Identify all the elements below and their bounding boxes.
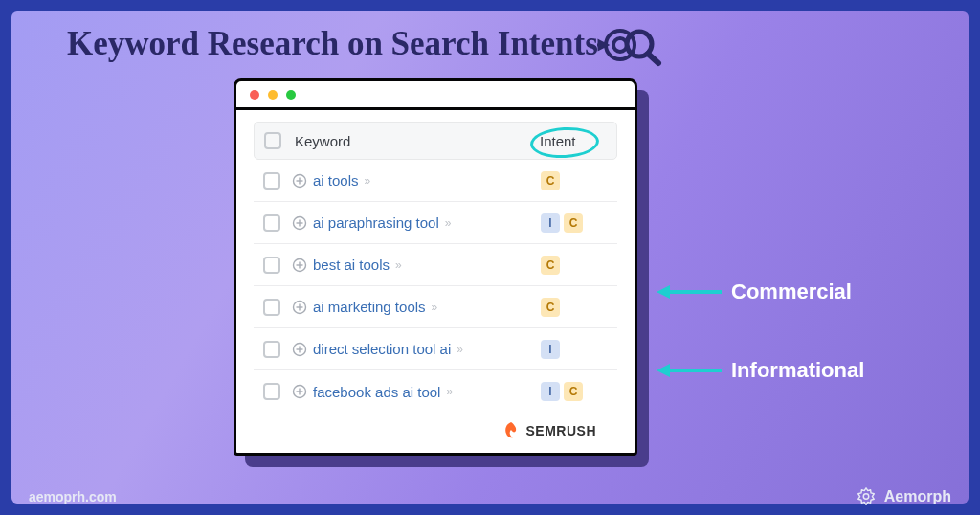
svg-point-26 [863, 494, 869, 500]
callout-informational: Informational [655, 358, 864, 383]
keyword-link[interactable]: best ai tools » [313, 257, 541, 273]
footer-bar: aemoprh.com Aemorph [0, 479, 980, 515]
col-intent-label: Intent [540, 133, 607, 149]
expand-icon[interactable] [292, 173, 307, 189]
chevron-right-icon: » [365, 174, 369, 188]
row-checkbox[interactable] [263, 257, 280, 274]
row-checkbox[interactable] [263, 214, 280, 232]
table-row: direct selection tool ai » I [254, 328, 617, 370]
arrow-left-icon [655, 359, 724, 382]
semrush-label: SEMRUSH [525, 423, 596, 438]
tool-attribution: SEMRUSH [254, 413, 617, 441]
svg-marker-23 [657, 285, 670, 299]
keyword-link[interactable]: facebook ads ai tool » [313, 384, 541, 400]
intent-badge-c: C [541, 298, 560, 317]
row-checkbox[interactable] [263, 383, 280, 400]
arrow-left-icon [655, 280, 724, 303]
window-minimize-icon [268, 90, 278, 100]
chevron-right-icon: » [395, 258, 400, 272]
intent-badge-c: C [541, 171, 560, 190]
keyword-link[interactable]: direct selection tool ai » [313, 341, 541, 357]
expand-icon[interactable] [292, 215, 307, 231]
chevron-right-icon: » [446, 385, 451, 398]
intent-cell: C [541, 256, 608, 275]
expand-icon[interactable] [292, 384, 307, 399]
table-row: ai tools » C [254, 160, 617, 202]
window-titlebar [236, 81, 635, 110]
table-header: Keyword Intent [254, 122, 617, 160]
intent-badge-c: C [564, 382, 583, 401]
table-row: best ai tools » C [254, 244, 617, 286]
semrush-flame-icon [501, 420, 522, 441]
chevron-right-icon: » [445, 216, 450, 230]
intent-cell: I [541, 340, 608, 359]
intent-badge-i: I [541, 213, 560, 233]
intent-cell: C [541, 298, 608, 317]
intent-cell: C [541, 171, 608, 190]
row-checkbox[interactable] [263, 299, 280, 316]
page-title: Keyword Research on Search Intents [67, 25, 598, 63]
expand-icon[interactable] [292, 300, 307, 315]
footer-brand: Aemorph [856, 486, 951, 507]
keyword-link[interactable]: ai paraphrasing tool » [313, 214, 541, 231]
chevron-right-icon: » [457, 343, 461, 356]
browser-window: Keyword Intent ai tools » C [234, 78, 637, 456]
expand-icon[interactable] [292, 342, 307, 357]
row-checkbox[interactable] [263, 341, 280, 358]
col-keyword-label: Keyword [295, 133, 540, 149]
target-magnify-icon [595, 21, 664, 69]
svg-line-3 [648, 54, 658, 63]
table-row: facebook ads ai tool » IC [254, 370, 617, 413]
svg-marker-25 [657, 364, 670, 377]
intent-badge-i: I [541, 382, 560, 401]
intent-badge-c: C [564, 213, 583, 233]
keyword-link[interactable]: ai marketing tools » [313, 299, 541, 315]
window-close-icon [250, 90, 259, 100]
intent-cell: IC [541, 382, 608, 401]
table-row: ai paraphrasing tool » IC [254, 202, 617, 244]
window-maximize-icon [286, 90, 296, 100]
table-row: ai marketing tools » C [254, 286, 617, 328]
expand-icon[interactable] [292, 258, 307, 273]
keyword-link[interactable]: ai tools » [313, 172, 541, 189]
intent-badge-c: C [541, 256, 560, 275]
row-checkbox[interactable] [263, 172, 280, 190]
chevron-right-icon: » [432, 301, 436, 314]
gear-icon [856, 486, 877, 507]
callout-commercial: Commercial [655, 280, 852, 304]
intent-badge-i: I [541, 340, 560, 359]
select-all-checkbox[interactable] [264, 132, 281, 149]
footer-url: aemoprh.com [29, 489, 117, 504]
intent-cell: IC [541, 213, 608, 233]
